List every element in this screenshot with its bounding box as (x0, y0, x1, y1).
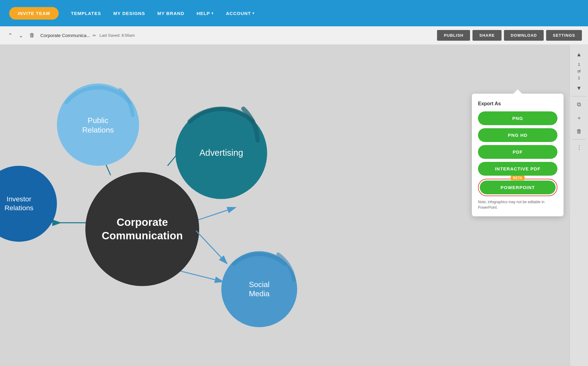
nav-link-templates[interactable]: TEMPLATES (71, 11, 101, 16)
page-of-label: of (577, 68, 580, 75)
edit-title-icon[interactable]: ✏ (93, 33, 96, 38)
settings-button[interactable]: SETTINGS (546, 30, 582, 41)
powerpoint-container: BETA POWERPOINT (478, 179, 557, 196)
account-dropdown-caret: ▾ (252, 11, 255, 15)
svg-text:Relations: Relations (5, 204, 34, 212)
toolbar: ⌃ ⌄ 🗑 Corporate Communica... ✏ Last Save… (0, 26, 588, 45)
publish-button[interactable]: PUBLISH (437, 30, 470, 41)
right-sidebar: ▲ 1 of 1 ▼ ⧉ ＋ 🗑 ⋮ (570, 45, 588, 366)
page-current: 1 (578, 61, 580, 68)
canvas-area: Corporate Communication Public Relations… (0, 45, 588, 366)
undo-button[interactable]: ⌃ (6, 31, 14, 40)
more-options-button[interactable]: ⋮ (570, 141, 588, 154)
document-title: Corporate Communica... (40, 33, 90, 38)
svg-text:Social: Social (249, 280, 270, 289)
help-dropdown-caret: ▾ (211, 11, 214, 15)
export-interactive-pdf-button[interactable]: INTERACTIVE PDF (478, 162, 557, 176)
export-png-hd-button[interactable]: PNG HD (478, 128, 557, 142)
toolbar-icon-group: ⌃ ⌄ 🗑 (6, 31, 37, 40)
scroll-up-button[interactable]: ▲ (570, 48, 588, 61)
svg-text:Corporate: Corporate (116, 216, 168, 228)
page-total: 1 (578, 75, 580, 81)
last-saved-label: Last Saved: 8:56am (99, 33, 135, 38)
nav-link-my-designs[interactable]: MY DESIGNS (113, 11, 145, 16)
svg-point-9 (85, 172, 199, 286)
svg-text:Media: Media (249, 289, 270, 298)
export-pdf-button[interactable]: PDF (478, 145, 557, 159)
share-button[interactable]: SHARE (472, 30, 502, 41)
delete-button[interactable]: 🗑 (28, 31, 37, 40)
sidebar-divider-2 (572, 139, 586, 140)
export-powerpoint-button[interactable]: POWERPOINT (480, 181, 556, 194)
nav-link-account[interactable]: ACCOUNT ▾ (226, 11, 255, 16)
redo-button[interactable]: ⌄ (17, 31, 25, 40)
svg-text:Advertising: Advertising (199, 148, 243, 158)
delete-page-button[interactable]: 🗑 (570, 125, 588, 138)
invite-team-button[interactable]: INVITE TEAM (9, 7, 59, 20)
sidebar-divider-1 (572, 96, 586, 96)
beta-badge: BETA (511, 176, 525, 180)
nav-link-my-brand[interactable]: MY BRAND (157, 11, 185, 16)
export-note: Note, infographics may not be editable i… (478, 199, 557, 210)
zoom-in-button[interactable]: ＋ (570, 111, 588, 125)
svg-text:Relations: Relations (82, 126, 114, 134)
copy-page-button[interactable]: ⧉ (570, 98, 588, 111)
svg-text:Public: Public (88, 116, 108, 125)
scroll-down-button[interactable]: ▼ (570, 81, 588, 95)
export-png-button[interactable]: PNG (478, 111, 557, 125)
svg-text:Investor: Investor (7, 195, 31, 203)
top-navigation: INVITE TEAM TEMPLATES MY DESIGNS MY BRAN… (0, 0, 588, 26)
powerpoint-wrapper: BETA POWERPOINT (478, 179, 557, 196)
svg-text:Communication: Communication (102, 230, 183, 241)
toolbar-action-buttons: PUBLISH SHARE DOWNLOAD SETTINGS (437, 30, 582, 41)
nav-link-help[interactable]: HELP ▾ (197, 11, 214, 16)
export-panel: Export As PNG PNG HD PDF INTERACTIVE PDF… (472, 94, 564, 216)
export-panel-title: Export As (478, 101, 557, 106)
download-button[interactable]: DOWNLOAD (504, 30, 544, 41)
